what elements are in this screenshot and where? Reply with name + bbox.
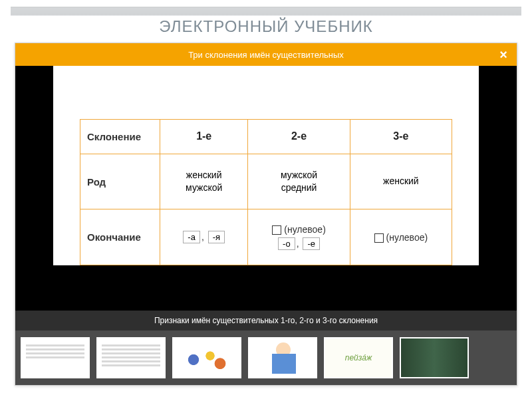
ending-2-null: (нулевое) (284, 224, 326, 235)
slide: ЭЛЕКТРОННЫЙ УЧЕБНИК Три склонения имён с… (0, 0, 532, 399)
row-header-gender: Род (80, 154, 160, 209)
gender-2b: средний (281, 182, 317, 193)
empty-box-icon (374, 233, 384, 243)
row-header-ending: Окончание (80, 209, 160, 265)
thumbnail-1[interactable] (21, 337, 90, 378)
sep-1: , (201, 231, 207, 242)
media-viewer: Три склонения имён существительных × Скл… (15, 43, 517, 386)
thumbnail-5[interactable]: пейзáж (324, 337, 393, 378)
col-2: 2-е (248, 120, 350, 154)
thumbnail-word: пейзáж (325, 338, 392, 377)
page-title: ЭЛЕКТРОННЫЙ УЧЕБНИК (0, 17, 532, 36)
thumbnail-preview-icon (401, 338, 467, 377)
gender-2a: мужской (281, 170, 317, 180)
viewer-stage: Склонение 1-е 2-е 3-е Род женский мужско… (15, 66, 517, 311)
close-icon[interactable]: × (497, 48, 510, 61)
ending-2-o: -о (278, 237, 295, 250)
ending-1-ya: -я (208, 231, 225, 243)
ending-3-null: (нулевое) (386, 232, 428, 243)
row-header-declension: Склонение (80, 120, 160, 154)
sep-2: , (297, 238, 302, 249)
decorative-band (11, 7, 521, 16)
col-1: 1-е (160, 120, 248, 154)
caption-text: Признаки имён существительных 1-го, 2-го… (154, 316, 378, 325)
ending-2: (нулевое) -о, -е (248, 209, 350, 265)
gender-1: женский мужской (160, 154, 248, 209)
caption-bar: Признаки имён существительных 1-го, 2-го… (15, 311, 517, 331)
declension-table: Склонение 1-е 2-е 3-е Род женский мужско… (80, 119, 452, 265)
gender-1b: мужской (186, 182, 222, 193)
thumbnail-preview-icon (174, 338, 240, 377)
empty-box-icon (272, 225, 281, 235)
gender-2: мужской средний (248, 154, 350, 209)
thumbnail-preview-icon (26, 342, 84, 373)
ending-3: (нулевое) (350, 209, 452, 265)
viewer-header: Три склонения имён существительных × (15, 43, 517, 66)
viewer-title: Три склонения имён существительных (188, 50, 344, 60)
thumbnail-strip: пейзáж (15, 331, 517, 385)
ending-1: -а, -я (160, 209, 248, 265)
thumbnail-4[interactable] (248, 337, 317, 378)
thumbnail-3[interactable] (172, 337, 241, 378)
thumbnail-2[interactable] (96, 337, 166, 378)
ending-1-a: -а (183, 231, 200, 243)
gender-1a: женский (186, 170, 222, 180)
content-page: Склонение 1-е 2-е 3-е Род женский мужско… (53, 66, 479, 265)
col-3: 3-е (350, 120, 452, 154)
ending-2-e: -е (303, 237, 320, 250)
thumbnail-6[interactable] (400, 337, 469, 378)
thumbnail-preview-icon (102, 342, 160, 373)
thumbnail-preview-icon (249, 338, 316, 377)
gender-3: женский (350, 154, 452, 209)
